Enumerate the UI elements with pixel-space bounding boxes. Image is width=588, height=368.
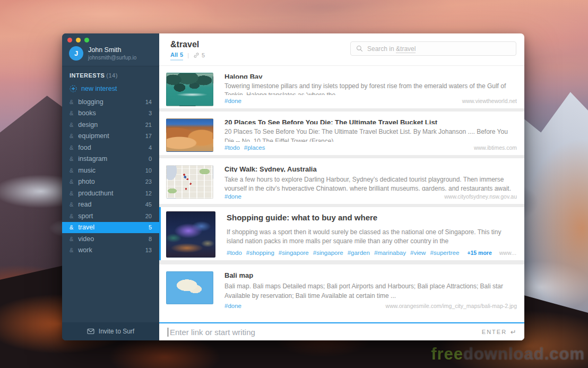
interest-label: travel xyxy=(78,224,149,231)
interest-label: food xyxy=(78,144,149,151)
sidebar-item-read[interactable]: & read 45 xyxy=(62,199,159,211)
zoom-button[interactable] xyxy=(84,38,89,42)
invite-to-surf-label: Invite to Surf xyxy=(99,328,134,335)
card-source-url[interactable]: www.singapore-guide.com xyxy=(492,250,517,256)
sidebar-item-equipment[interactable]: & equipment 17 xyxy=(62,131,159,142)
sidebar-item-design[interactable]: & design 21 xyxy=(62,119,159,131)
card-description: Bali map. Bali maps Detailed maps; Bali … xyxy=(224,282,517,300)
sidebar-item-books[interactable]: & books 3 xyxy=(62,108,159,119)
interests-section-title: INTERESTS(14) xyxy=(62,72,159,82)
link-card[interactable]: Shopping guide: what to buy and where If… xyxy=(159,207,524,260)
sidebar-item-sport[interactable]: & sport 20 xyxy=(62,210,159,222)
hashtag[interactable]: #garden xyxy=(348,250,370,256)
surf-app-window: J John Smith johnsmith@surfup.io INTERES… xyxy=(62,33,524,340)
sidebar-body: INTERESTS(14) new interest & blogging 14… xyxy=(62,66,159,322)
interest-symbol-icon: & xyxy=(70,201,73,208)
user-profile[interactable]: J John Smith johnsmith@surfup.io xyxy=(69,46,136,61)
hashtag[interactable]: #supertree xyxy=(430,250,459,256)
link-card[interactable]: City Walk: Sydney, Australia Take a few … xyxy=(159,158,524,204)
hashtag[interactable]: #singapore xyxy=(313,250,343,256)
interest-label: equipment xyxy=(78,132,145,140)
invite-to-surf-button[interactable]: Invite to Surf xyxy=(62,322,159,340)
card-title: Halong Bay xyxy=(224,73,517,79)
interest-symbol-icon: & xyxy=(70,190,73,196)
link-card[interactable]: Halong Bay Towering limestone pillars an… xyxy=(159,66,524,108)
sidebar-item-video[interactable]: & video 8 xyxy=(62,233,159,245)
filter-links-count: 5 xyxy=(202,52,205,58)
interest-count: 14 xyxy=(145,99,152,105)
thumbnail-singapore-night xyxy=(166,211,215,258)
card-tags: #done xyxy=(224,303,241,309)
search-input[interactable]: Search in &travel xyxy=(350,41,516,56)
hashtag[interactable]: #todo xyxy=(224,144,240,151)
card-body: City Walk: Sydney, Australia Take a few … xyxy=(224,165,517,200)
hashtag[interactable]: #todo xyxy=(227,250,242,256)
card-source-url[interactable]: www.cityofsydney.nsw.gov.au xyxy=(437,193,517,200)
sidebar-item-work[interactable]: & work 13 xyxy=(62,245,159,256)
hashtag[interactable]: #singapore xyxy=(279,250,309,256)
sidebar-item-photo[interactable]: & photo 23 xyxy=(62,176,159,188)
interest-symbol-icon: & xyxy=(70,236,73,242)
hashtag[interactable]: #done xyxy=(224,193,241,200)
new-interest-label: new interest xyxy=(81,85,117,92)
user-name: John Smith xyxy=(88,46,136,55)
interests-list: & blogging 14 & books 3 & design 21 & eq… xyxy=(62,96,159,256)
sidebar-item-food[interactable]: & food 4 xyxy=(62,142,159,153)
card-source-url[interactable]: www.ibtimes.com xyxy=(466,144,517,151)
close-button[interactable] xyxy=(67,38,72,42)
interest-count: 0 xyxy=(149,156,152,162)
minimize-button[interactable] xyxy=(76,38,81,42)
sidebar-item-blogging[interactable]: & blogging 14 xyxy=(62,96,159,108)
interest-label: design xyxy=(78,121,145,129)
interest-symbol-icon: & xyxy=(70,156,73,162)
interest-symbol-icon: & xyxy=(70,133,73,139)
more-tags-button[interactable]: +15 more xyxy=(467,250,491,256)
interest-label: photo xyxy=(78,178,145,185)
sidebar-item-travel[interactable]: & travel 5 xyxy=(62,222,159,234)
hashtag[interactable]: #done xyxy=(224,303,241,309)
link-card[interactable]: Bali map Bali map. Bali maps Detailed ma… xyxy=(159,264,524,313)
hashtag[interactable]: #view xyxy=(410,250,426,256)
card-source-url[interactable]: www.viewtheworld.net xyxy=(455,98,517,104)
card-tags: #done xyxy=(224,98,241,104)
sidebar-item-music[interactable]: & music 10 xyxy=(62,165,159,176)
interest-count: 12 xyxy=(145,190,152,196)
composer-placeholder: Enter link or start writing xyxy=(170,328,255,337)
card-description: Towering limestone pillars and tiny isle… xyxy=(224,82,517,95)
search-placeholder-tag: &travel xyxy=(396,45,416,53)
search-icon xyxy=(356,45,363,52)
filter-links-tab[interactable]: 5 xyxy=(193,52,205,60)
filter-all-label: All xyxy=(170,52,178,58)
link-icon xyxy=(193,52,200,58)
interest-count: 3 xyxy=(149,110,152,116)
interest-count: 45 xyxy=(145,201,152,208)
interest-symbol-icon: & xyxy=(70,144,73,151)
hashtag[interactable]: #shopping xyxy=(246,250,274,256)
interest-label: instagram xyxy=(78,155,149,162)
sidebar-item-instagram[interactable]: & instagram 0 xyxy=(62,153,159,165)
composer-input[interactable]: Enter link or start writing ENTER ↵ xyxy=(159,322,524,340)
hashtag[interactable]: #places xyxy=(244,144,265,151)
interest-count: 23 xyxy=(145,178,152,185)
hashtag[interactable]: #marinabay xyxy=(374,250,406,256)
card-body: Halong Bay Towering limestone pillars an… xyxy=(224,73,517,104)
card-title: Shopping guide: what to buy and where xyxy=(227,213,517,222)
sidebar-header: J John Smith johnsmith@surfup.io xyxy=(62,33,159,66)
card-title: Bali map xyxy=(224,271,517,279)
filter-all-tab[interactable]: All 5 xyxy=(170,52,183,61)
thumbnail-bali-map xyxy=(166,271,213,304)
interest-count: 8 xyxy=(149,236,152,242)
hashtag[interactable]: #done xyxy=(224,98,241,104)
card-source-url[interactable]: www.orangesmile.com/img_city_maps/bali-m… xyxy=(378,303,517,309)
watermark-part2: download.com xyxy=(463,345,585,363)
desktop: freedownload.com J John Smith johnsmith@… xyxy=(0,0,588,368)
interest-symbol-icon: & xyxy=(70,247,73,253)
interest-symbol-icon: & xyxy=(70,167,73,174)
new-interest-button[interactable]: new interest xyxy=(62,82,159,96)
enter-label: ENTER xyxy=(482,329,507,335)
sidebar-item-producthunt[interactable]: & producthunt 12 xyxy=(62,187,159,199)
thumbnail-canyon xyxy=(166,118,213,152)
thumbnail-halong xyxy=(166,73,213,106)
avatar: J xyxy=(69,46,83,61)
link-card[interactable]: 20 Places To See Before You Die: The Ult… xyxy=(159,112,524,155)
